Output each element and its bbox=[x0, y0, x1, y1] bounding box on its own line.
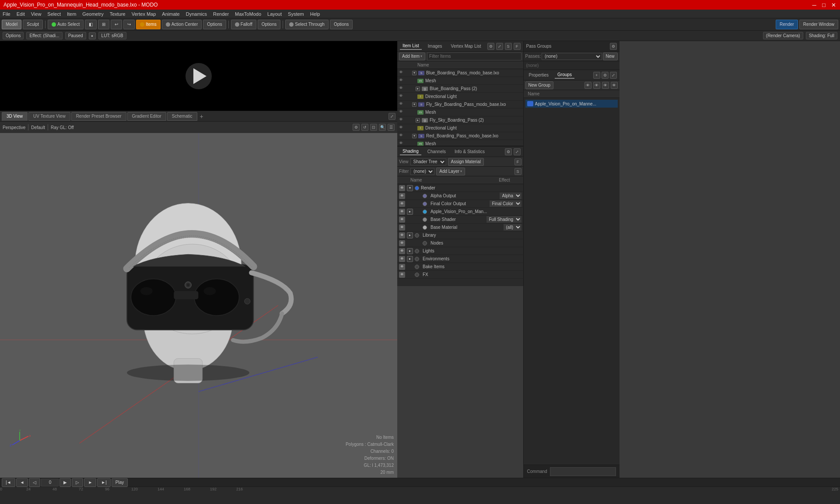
play-label-btn[interactable]: Play bbox=[112, 478, 128, 487]
shading-row-lights[interactable]: 👁 ▸ Lights bbox=[397, 247, 523, 255]
shading-row-apple[interactable]: 👁 ▸ Apple_Vision_Pro_on_Man... bbox=[397, 208, 523, 216]
render-expand-toggle[interactable]: ▾ bbox=[407, 185, 413, 191]
expand-toggle[interactable]: ▸ bbox=[416, 87, 420, 91]
auto-select-button[interactable]: Auto Select bbox=[48, 20, 84, 29]
viewport-expand-button[interactable]: ⤢ bbox=[388, 113, 396, 120]
bs-effect-select[interactable]: Full Shading bbox=[486, 216, 522, 223]
lib-vis-toggle[interactable]: 👁 bbox=[399, 232, 405, 238]
apple-vis-toggle[interactable]: 👁 bbox=[399, 209, 405, 215]
shading-row-library[interactable]: 👁 ▸ Library bbox=[397, 231, 523, 239]
pass-groups-settings[interactable]: ⚙ bbox=[610, 43, 617, 50]
shading-f-btn[interactable]: F bbox=[514, 158, 522, 165]
mode-model-button[interactable]: Model bbox=[2, 20, 21, 29]
menu-layout[interactable]: Layout bbox=[267, 11, 282, 17]
menu-texture[interactable]: Texture bbox=[110, 11, 126, 17]
effect-btn[interactable]: Effect: (Shadi... bbox=[26, 32, 62, 39]
options2-button[interactable]: Options bbox=[258, 20, 280, 29]
list-item[interactable]: 👁 l Directional Light bbox=[397, 124, 523, 132]
alpha-vis-toggle[interactable]: 👁 bbox=[399, 193, 405, 199]
toolbar-icon-4[interactable]: ↪ bbox=[123, 20, 135, 29]
list-item[interactable]: 👁 m Mesh bbox=[397, 140, 523, 146]
add-layer-button[interactable]: Add Layer ▾ bbox=[436, 168, 465, 175]
menu-maxtomodo[interactable]: MaxToModo bbox=[235, 11, 261, 17]
shading-row-final-color[interactable]: 👁 Final Color Output Final Color bbox=[397, 200, 523, 208]
bm-vis-toggle[interactable]: 👁 bbox=[399, 224, 405, 231]
shading-btn[interactable]: Shading: Full bbox=[806, 32, 837, 39]
add-tab-button[interactable]: + bbox=[198, 113, 205, 120]
expand-toggle[interactable]: ▸ bbox=[416, 118, 420, 122]
timeline-next-btn[interactable]: ► bbox=[84, 478, 96, 487]
eye-icon[interactable]: 👁 bbox=[399, 109, 405, 116]
assign-material-button[interactable]: Assign Material bbox=[448, 158, 484, 166]
tab-groups[interactable]: Groups bbox=[555, 71, 574, 79]
paused-btn[interactable]: Paused bbox=[65, 32, 86, 39]
list-item[interactable]: 👁 ▸ g Fly_Sky_Boarding_Pass (2) bbox=[397, 116, 523, 124]
menu-animate[interactable]: Animate bbox=[162, 11, 179, 17]
group-eye-3[interactable]: 👁 bbox=[602, 82, 609, 89]
render-camera-btn[interactable]: (Render Camera) bbox=[763, 32, 803, 39]
pg-settings-btn[interactable]: ⚙ bbox=[602, 72, 609, 79]
toolbar-icon-2[interactable]: ⊞ bbox=[98, 20, 109, 29]
group-entry[interactable]: Apple_Vision_Pro_on_Manne... bbox=[525, 100, 618, 108]
pg-expand-btn[interactable]: ⤢ bbox=[610, 72, 617, 79]
list-item[interactable]: 👁 ▾ s Blue_Boarding_Pass_modo_base.lxo bbox=[397, 69, 523, 77]
list-item[interactable]: 👁 m Mesh bbox=[397, 77, 523, 85]
fc-vis-toggle[interactable]: 👁 bbox=[399, 201, 405, 207]
menu-edit[interactable]: Edit bbox=[17, 11, 25, 17]
menu-select[interactable]: Select bbox=[47, 11, 61, 17]
item-list-expand[interactable]: ⤢ bbox=[496, 43, 503, 50]
env-expand-toggle[interactable]: ▸ bbox=[407, 256, 413, 262]
bake-vis-toggle[interactable]: 👁 bbox=[399, 264, 405, 270]
filter-select[interactable]: (none) bbox=[410, 168, 434, 175]
passes-select[interactable]: (none) bbox=[542, 53, 602, 60]
bm-effect-select[interactable]: (all) bbox=[504, 224, 522, 231]
maximize-button[interactable]: □ bbox=[821, 2, 827, 8]
eye-icon[interactable]: 👁 bbox=[399, 125, 405, 131]
lights-expand-toggle[interactable]: ▸ bbox=[407, 248, 413, 254]
vp-settings-btn[interactable]: ⚙ bbox=[353, 124, 360, 131]
tab-shading[interactable]: Shading bbox=[400, 148, 421, 155]
frame-input[interactable] bbox=[41, 479, 59, 486]
options3-button[interactable]: Options bbox=[330, 20, 353, 29]
item-list-settings[interactable]: ⚙ bbox=[487, 43, 494, 50]
list-item[interactable]: 👁 ▾ s Red_Boarding_Pass_modo_base.lxo bbox=[397, 132, 523, 140]
eye-icon[interactable]: 👁 bbox=[399, 70, 405, 76]
eye-icon[interactable]: 👁 bbox=[399, 94, 405, 100]
eye-icon[interactable]: 👁 bbox=[399, 141, 405, 146]
add-item-button[interactable]: Add Item ▾ bbox=[399, 52, 425, 60]
timeline-content[interactable]: 0 24 48 72 96 120 144 168 192 216 225 bbox=[0, 487, 840, 504]
expand-toggle[interactable]: ▾ bbox=[412, 134, 416, 138]
ray-gl-label[interactable]: Ray GL: Off bbox=[51, 125, 74, 130]
options1-button[interactable]: Options bbox=[203, 20, 226, 29]
lights-vis-toggle[interactable]: 👁 bbox=[399, 248, 405, 254]
shading-row-environments[interactable]: 👁 ▸ Environments bbox=[397, 255, 523, 263]
command-input[interactable] bbox=[550, 467, 616, 476]
tab-images[interactable]: Images bbox=[425, 43, 445, 49]
eye-icon[interactable]: 👁 bbox=[399, 117, 405, 123]
vp-fit-btn[interactable]: ⊡ bbox=[370, 124, 377, 131]
render-button[interactable]: Render bbox=[776, 20, 798, 29]
timeline-end-btn[interactable]: ►| bbox=[97, 478, 111, 487]
item-list-lock[interactable]: S bbox=[505, 43, 512, 50]
pg-add-btn[interactable]: + bbox=[593, 72, 600, 79]
timeline-start-btn[interactable]: |◄ bbox=[2, 478, 15, 487]
shading-content[interactable]: 👁 ▾ Render 👁 Alpha Output Alpha bbox=[397, 184, 523, 286]
shading-row-render[interactable]: 👁 ▾ Render bbox=[397, 184, 523, 192]
tab-render-preset[interactable]: Render Preset Browser bbox=[71, 112, 126, 121]
perspective-label[interactable]: Perspective bbox=[3, 125, 25, 130]
render-window-button[interactable]: Render Window bbox=[799, 20, 838, 29]
filter-items-input[interactable] bbox=[427, 52, 521, 60]
list-item[interactable]: 👁 m Mesh bbox=[397, 108, 523, 116]
group-eye-1[interactable]: 👁 bbox=[584, 82, 592, 89]
expand-toggle[interactable]: ▾ bbox=[412, 71, 416, 75]
timeline-prev-frame-btn[interactable]: ◁ bbox=[29, 478, 40, 487]
minimize-button[interactable]: ─ bbox=[811, 2, 817, 8]
view-select[interactable]: Shader Tree bbox=[410, 158, 446, 165]
default-label[interactable]: Default bbox=[31, 125, 45, 130]
timeline-play-btn[interactable]: ▶ bbox=[60, 478, 71, 487]
tab-vertex-map-list[interactable]: Vertex Map List bbox=[448, 43, 484, 49]
eye-icon[interactable]: 👁 bbox=[399, 102, 405, 108]
list-item[interactable]: 👁 ▸ g Blue_Boarding_Pass (2) bbox=[397, 85, 523, 93]
bs-vis-toggle[interactable]: 👁 bbox=[399, 217, 405, 223]
item-list-f[interactable]: F bbox=[514, 43, 521, 50]
